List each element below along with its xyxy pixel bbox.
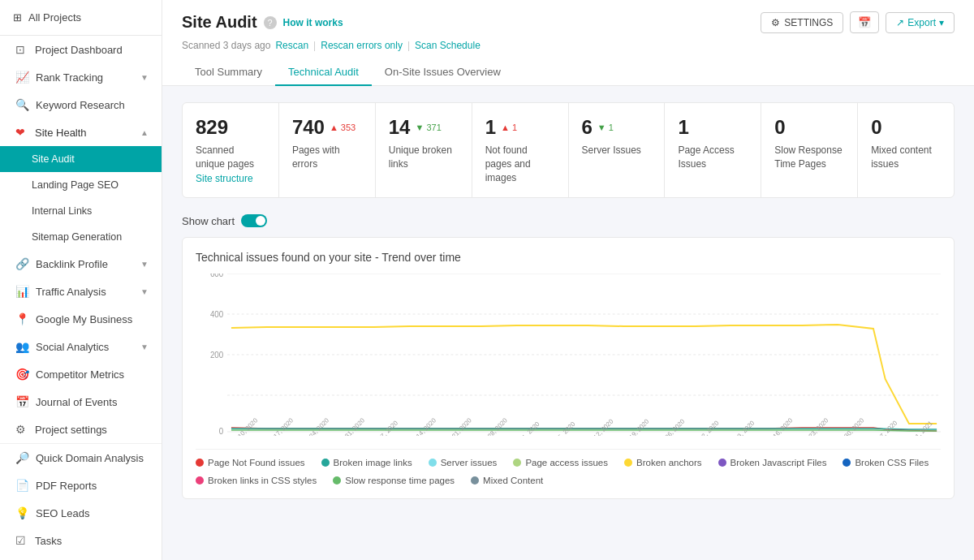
sidebar-item-journal-of-events[interactable]: 📅 Journal of Events [0,388,162,416]
stat-number: 829 [196,116,265,139]
sidebar-item-keyword-research[interactable]: 🔍 Keyword Research [0,91,162,118]
legend-broken-css: Broken CSS Files [843,458,929,467]
stat-not-found: 1 ▲ 1 Not found pages and images [472,103,569,197]
show-chart-label: Show chart [182,215,235,227]
journal-icon: 📅 [15,395,29,408]
svg-text:Oct 12, 2020: Oct 12, 2020 [584,418,615,437]
sidebar-item-internal-links[interactable]: Internal Links [0,198,162,224]
stat-label: Mixed content issues [871,144,941,171]
social-icon: 👥 [15,340,29,353]
stat-page-access: 1 Page Access Issues [665,103,761,197]
stat-number: 0 [774,116,844,139]
heart-icon: ❤ [15,126,28,139]
sidebar-item-landing-page-seo[interactable]: Landing Page SEO [0,172,162,198]
sidebar-label: PDF Reports [36,480,97,492]
how-it-works-link[interactable]: How it works [283,17,343,28]
sidebar-item-traffic-analysis[interactable]: 📊 Traffic Analysis ▼ [0,278,162,305]
legend-mixed-content: Mixed Content [471,476,543,485]
sidebar-item-social-analytics[interactable]: 👥 Social Analytics ▼ [0,333,162,360]
sidebar-item-project-settings[interactable]: ⚙ Project settings [0,416,162,443]
stat-slow-response: 0 Slow Response Time Pages [761,103,858,197]
stat-scanned-pages: 829 Scanned unique pages Site structure [183,103,279,197]
legend-page-access: Page access issues [513,458,608,467]
svg-text:Sep 14, 2020: Sep 14, 2020 [406,416,438,436]
chart-toggle[interactable] [241,214,267,227]
sidebar-item-sitemap-generation[interactable]: Sitemap Generation [0,224,162,250]
sidebar-item-site-health[interactable]: ❤ Site Health ▲ [0,118,162,146]
stat-pages-errors: 740 ▲ 353 Pages with errors [279,103,376,197]
calendar-button[interactable]: 📅 [850,11,879,33]
chevron-down-icon: ▾ [939,17,944,28]
svg-text:Sep 28, 2020: Sep 28, 2020 [477,416,510,436]
export-icon: ↗ [896,17,904,28]
trend-chart: 600 400 200 0 Aug 10, 2020 Aug 17, 2020 … [196,274,941,436]
legend-dot [429,459,437,467]
legend-broken-javascript: Broken Javascript Files [718,458,827,467]
main-content: Site Audit ? How it works ⚙ SETTINGS 📅 ↗… [162,0,974,560]
svg-text:0: 0 [219,427,224,436]
scan-info: Scanned 3 days ago Rescan | Rescan error… [182,40,955,51]
sidebar-item-pdf-reports[interactable]: 📄 PDF Reports [0,472,162,499]
chart-container: Technical issues found on your site - Tr… [182,237,955,499]
tab-on-site-issues[interactable]: On-Site Issues Overview [372,59,514,86]
sidebar-item-seo-leads[interactable]: 💡 SEO Leads [0,499,162,527]
sidebar-label: Site Audit [32,153,75,165]
chart-title: Technical issues found on your site - Tr… [196,251,941,264]
settings-button[interactable]: ⚙ SETTINGS [761,12,843,33]
sidebar-item-competitor-metrics[interactable]: 🎯 Competitor Metrics [0,360,162,388]
rescan-link[interactable]: Rescan [275,40,308,51]
grid-icon: ⊞ [13,11,22,24]
tab-bar: Tool Summary Technical Audit On-Site Iss… [182,59,955,85]
legend-label: Server issues [441,458,498,467]
rescan-errors-link[interactable]: Rescan errors only [321,40,403,51]
sidebar-item-rank-tracking[interactable]: 📈 Rank Tracking ▼ [0,63,162,91]
sidebar-label: Landing Page SEO [32,179,119,191]
sidebar-label: Backlink Profile [36,258,108,270]
tasks-icon: ☑ [15,534,28,547]
svg-text:Nov 23, 2020: Nov 23, 2020 [798,416,830,436]
rank-icon: 📈 [15,71,29,84]
scan-schedule-link[interactable]: Scan Schedule [415,40,481,51]
sidebar-header[interactable]: ⊞ All Projects [0,0,162,36]
sidebar-label: Journal of Events [36,396,117,408]
sidebar-item-google-my-business[interactable]: 📍 Google My Business [0,305,162,333]
chart-legend: Page Not Found issues Broken image links… [196,449,941,485]
svg-text:Nov 30, 2020: Nov 30, 2020 [834,416,866,436]
sidebar-item-alerts[interactable]: 🔔 Alerts [0,554,162,560]
chevron-icon: ▼ [140,342,149,351]
svg-text:Nov 9, 2020: Nov 9, 2020 [726,420,756,437]
show-chart-row: Show chart [182,214,955,227]
header-actions: ⚙ SETTINGS 📅 ↗ Export ▾ [761,11,955,33]
stat-number: 6 ▼ 1 [582,116,652,139]
export-button[interactable]: ↗ Export ▾ [886,12,955,33]
sidebar-label: Project settings [35,424,107,436]
sidebar-label: Traffic Analysis [36,286,106,298]
tab-tool-summary[interactable]: Tool Summary [182,59,275,86]
stat-badge: ▲ 353 [330,123,356,132]
stat-badge: ▼ 371 [415,123,441,132]
sidebar-item-project-dashboard[interactable]: ⊡ Project Dashboard [0,36,162,63]
sidebar-label: SEO Leads [36,507,90,519]
stat-label: Pages with errors [292,144,362,171]
sidebar-item-quick-domain-analysis[interactable]: 🔎 Quick Domain Analysis [0,444,162,472]
site-structure-link[interactable]: Site structure [196,173,265,184]
sidebar-label: Tasks [35,535,62,547]
stat-label: Page Access Issues [678,144,748,171]
competitor-icon: 🎯 [15,368,29,381]
calendar-icon: 📅 [858,16,871,28]
sidebar-item-tasks[interactable]: ☑ Tasks [0,527,162,554]
chevron-icon: ▼ [140,287,149,296]
legend-label: Page Not Found issues [208,458,305,467]
svg-text:Aug 10, 2020: Aug 10, 2020 [227,416,260,436]
stat-label: Unique broken links [389,144,459,171]
stats-row: 829 Scanned unique pages Site structure … [182,102,955,198]
sidebar-label: Keyword Research [36,99,125,111]
tab-technical-audit[interactable]: Technical Audit [275,59,372,86]
help-icon[interactable]: ? [264,16,277,29]
sidebar-label: Rank Tracking [36,71,103,84]
sidebar-item-backlink-profile[interactable]: 🔗 Backlink Profile ▼ [0,250,162,278]
svg-text:Oct 19, 2020: Oct 19, 2020 [619,418,650,437]
legend-dot [333,476,341,485]
sidebar-item-site-audit[interactable]: Site Audit [0,146,162,172]
stat-label: Server Issues [582,144,652,157]
